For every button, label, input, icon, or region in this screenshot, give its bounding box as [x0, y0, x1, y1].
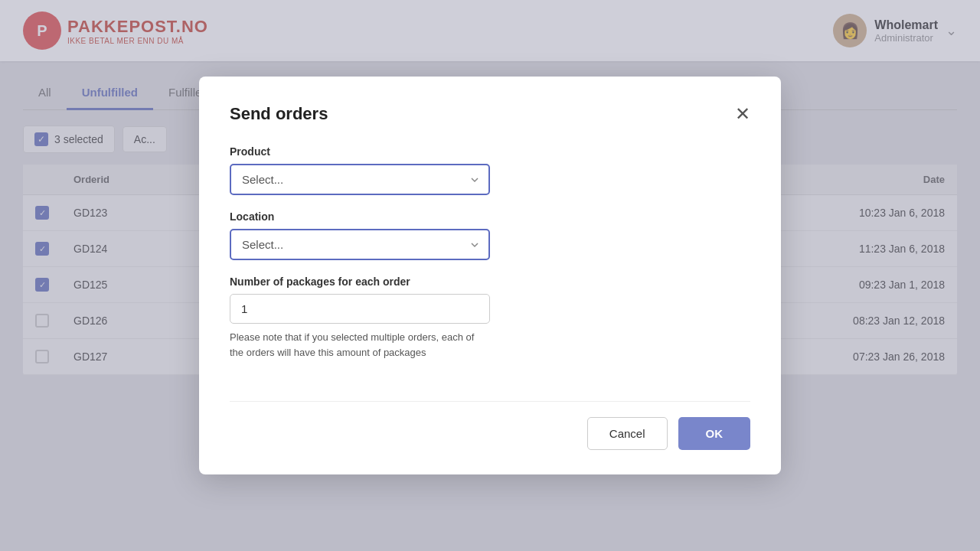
product-select[interactable]: Select...	[230, 164, 490, 195]
product-label: Product	[230, 145, 750, 158]
packages-hint: Please note that if you selected multipl…	[230, 330, 490, 360]
ok-button[interactable]: OK	[678, 417, 751, 450]
modal-header: Send orders ✕	[230, 104, 750, 124]
cancel-button[interactable]: Cancel	[587, 417, 668, 450]
modal-body: Product Select... Location Select... N	[230, 145, 750, 377]
location-select[interactable]: Select...	[230, 229, 490, 260]
send-orders-modal: Send orders ✕ Product Select... Location…	[199, 77, 781, 474]
close-button[interactable]: ✕	[735, 105, 750, 123]
location-label: Location	[230, 210, 750, 223]
packages-label: Number of packages for each order	[230, 276, 750, 288]
product-form-group: Product Select...	[230, 145, 750, 195]
modal-overlay: Send orders ✕ Product Select... Location…	[0, 0, 980, 551]
modal-footer: Cancel OK	[230, 401, 750, 450]
packages-form-group: Number of packages for each order Please…	[230, 276, 750, 360]
location-form-group: Location Select...	[230, 210, 750, 260]
location-select-wrapper: Select...	[230, 229, 490, 260]
packages-input[interactable]	[230, 294, 490, 324]
product-select-wrapper: Select...	[230, 164, 490, 195]
modal-title: Send orders	[230, 104, 328, 124]
